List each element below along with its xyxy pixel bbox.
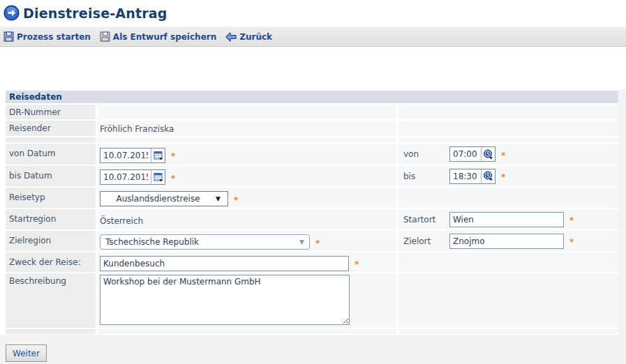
required-marker: * [355,257,359,269]
back-arrow-icon [225,32,237,42]
prozess-starten-button[interactable]: Prozess starten [3,31,91,42]
row-zweck: Zweck der Reise: * [6,252,618,272]
required-marker: * [234,193,238,205]
required-marker: * [501,170,505,182]
startort-input[interactable] [449,212,564,227]
required-marker: * [569,213,574,225]
toolbar: Prozess starten Als Entwurf speichern Zu… [0,26,626,47]
step-wizard: 1 2 3 Reisedaten geschätzte Kosten Datei… [0,47,626,89]
required-marker: * [171,149,175,161]
zweck-input[interactable] [100,256,349,271]
chevron-down-icon: ▼ [216,195,228,202]
weiter-button[interactable]: Weiter [6,344,47,362]
required-marker: * [569,235,574,247]
reisetyp-label: Reisetyp [6,188,96,208]
zielregion-combobox[interactable]: Tschechische Republik ▼ [100,234,310,250]
calendar-picker-icon[interactable] [151,149,165,162]
beschreibung-label: Beschreibung [6,273,96,328]
dr-nummer-value [98,105,396,119]
clock-picker-icon[interactable] [481,169,495,183]
clock-picker-icon[interactable] [481,147,495,161]
row-reisetyp: Reisetyp Auslandsdienstreise ▼ * [6,188,618,208]
von-datum-label: von Datum [6,144,96,165]
save-start-icon [3,31,14,42]
bis-zeit-label: bis [403,172,449,181]
dr-nummer-label: DR-Nummer [6,105,96,119]
reisender-label: Reisender [6,121,96,136]
reisedaten-form: Reisedaten DR-Nummer Reisender Fröhlich … [0,89,618,335]
spacer-row [6,137,618,142]
startort-label: Startort [403,215,449,225]
zurueck-button[interactable]: Zurück [225,32,272,42]
zielort-input[interactable] [449,234,564,249]
row-beschreibung: Beschreibung Workshop bei der Mustermann… [6,273,618,328]
zielregion-label: Zielregion [6,231,96,251]
required-marker: * [171,172,175,183]
prozess-starten-label: Prozess starten [17,32,91,42]
von-datum-input[interactable] [100,149,151,162]
page-title: Dienstreise-Antrag [23,6,167,21]
spacer-row [6,329,618,334]
page-header: Dienstreise-Antrag [0,0,626,26]
beschreibung-textarea[interactable]: Workshop bei der Mustermann GmbH [100,275,350,325]
reisender-value: Fröhlich Franziska [100,123,174,134]
forward-circle-icon [3,5,20,21]
row-dr-nummer: DR-Nummer [6,105,618,119]
required-marker: * [315,236,320,248]
chevron-down-icon: ▼ [299,238,304,245]
bis-datum-label: bis Datum [6,166,96,186]
als-entwurf-speichern-label: Als Entwurf speichern [113,32,216,42]
bis-zeit-input[interactable] [450,169,481,183]
row-von-datum: von Datum * von [6,144,618,165]
row-startregion: Startregion Österreich Startort * [6,209,618,229]
zielort-label: Zielort [403,236,449,246]
von-zeit-label: von [403,149,449,159]
row-zielregion: Zielregion Tschechische Republik ▼ * Zie… [6,231,618,251]
reisetyp-select[interactable]: Auslandsdienstreise ▼ [100,191,228,206]
required-marker: * [501,149,505,160]
save-draft-icon [100,31,110,42]
als-entwurf-speichern-button[interactable]: Als Entwurf speichern [100,31,216,42]
row-bis-datum: bis Datum * bis [6,166,618,186]
calendar-picker-icon[interactable] [151,170,165,184]
section-header-reisedaten: Reisedaten [6,91,618,103]
bis-datum-input[interactable] [100,170,151,184]
zurueck-label: Zurück [239,32,272,42]
von-zeit-input[interactable] [450,147,481,161]
row-reisender: Reisender Fröhlich Franziska [6,121,618,136]
startregion-value: Österreich [100,215,143,226]
zweck-label: Zweck der Reise: [6,252,96,272]
startregion-label: Startregion [6,209,96,229]
